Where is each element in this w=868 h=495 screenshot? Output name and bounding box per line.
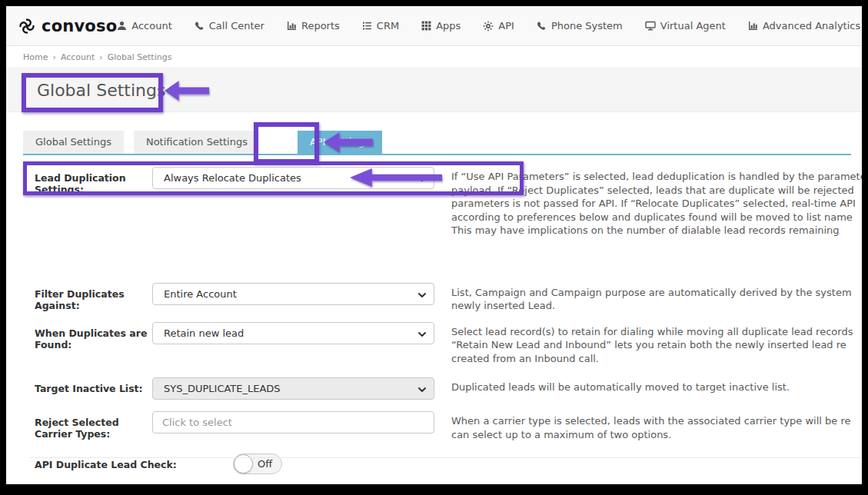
field-label: When Duplicates are Found: (35, 322, 152, 350)
breadcrumb-global-settings: Global Settings (108, 52, 172, 62)
convoso-logo-icon (17, 16, 37, 36)
help-line: created from an Inbound call. (451, 352, 851, 366)
reject-carrier-types-input[interactable] (152, 411, 434, 434)
nav-account[interactable]: Account (117, 20, 172, 32)
breadcrumb-account[interactable]: Account (61, 52, 95, 62)
field-label: Lead Duplication Settings: (35, 167, 152, 195)
row-when-duplicates-found: When Duplicates are Found: Retain new le… (35, 322, 851, 366)
row-lead-duplication-settings: Lead Duplication Settings: Always Reloca… (35, 167, 851, 238)
field-label: Reject Selected Carrier Types: (35, 411, 152, 440)
tab-bar: Global Settings Notification Settings AP… (23, 131, 851, 155)
breadcrumb-separator: › (52, 52, 55, 62)
user-icon (117, 21, 127, 31)
help-line: payload. If “Reject Duplicates” selected… (451, 184, 851, 198)
help-text: Duplicated leads will be automatically m… (451, 377, 851, 394)
nav-label: Account (131, 20, 172, 32)
nav-api[interactable]: API (483, 20, 514, 32)
help-text: List, Campaign and Campaign purpose are … (451, 283, 851, 313)
row-target-inactive-list: Target Inactive List: SYS_DUPLICATE_LEAD… (35, 377, 851, 400)
nav-label: Call Center (209, 20, 264, 32)
nav-label: CRM (377, 20, 399, 32)
lead-duplication-settings-select[interactable]: Always Relocate Duplicates (152, 167, 434, 189)
help-line: according to preferences below and dupli… (451, 211, 851, 224)
row-filter-duplicates-against: Filter Duplicates Against: Entire Accoun… (35, 283, 851, 313)
grid-icon (421, 21, 431, 31)
nav-crm[interactable]: CRM (362, 20, 399, 32)
nav-virtual-agent[interactable]: Virtual Agent (645, 20, 726, 32)
logo-text: convoso (42, 17, 117, 35)
nav-label: Reports (301, 20, 340, 32)
nav-advanced-analytics[interactable]: Advanced Analytics (748, 20, 860, 32)
row-reject-carrier-types: Reject Selected Carrier Types: When a ca… (35, 411, 851, 441)
gear-icon (483, 21, 494, 32)
filter-duplicates-against-select[interactable]: Entire Account (152, 283, 434, 305)
nav-apps[interactable]: Apps (421, 20, 461, 32)
help-text: Select lead record(s) to retain for dial… (451, 322, 851, 366)
chevron-down-icon (417, 330, 427, 341)
help-line: List, Campaign and Campaign purpose are … (451, 286, 851, 300)
nav-call-center[interactable]: Call Center (195, 20, 264, 32)
chevron-down-icon (417, 385, 427, 397)
help-line: can select up to a maximum of two option… (451, 428, 851, 442)
target-inactive-list-select[interactable]: SYS_DUPLICATE_LEADS (152, 377, 434, 400)
nav-reports[interactable]: Reports (287, 20, 340, 32)
breadcrumb-home[interactable]: Home (23, 52, 48, 62)
field-label: Filter Duplicates Against: (35, 283, 152, 311)
nav-label: API (498, 20, 514, 32)
top-navbar: convoso Account Call Center Reports CRM (6, 6, 862, 46)
phone-icon (195, 21, 205, 31)
bottom-divider (29, 457, 862, 458)
help-line: Select lead record(s) to retain for dial… (451, 325, 851, 339)
tab-notification-settings[interactable]: Notification Settings (134, 131, 260, 154)
select-value: Retain new lead (164, 327, 244, 339)
select-value: Always Relocate Duplicates (164, 172, 301, 184)
help-line: Duplicated leads will be automatically m… (451, 380, 851, 394)
nav-label: Phone System (551, 20, 623, 32)
help-line: If “Use API Parameters” is selected, lea… (451, 170, 851, 184)
screenshot-frame: convoso Account Call Center Reports CRM (0, 0, 868, 495)
help-line: When a carrier type is selected, leads w… (451, 414, 851, 428)
list-icon (362, 21, 372, 31)
breadcrumb: Home › Account › Global Settings (6, 46, 862, 68)
help-text: When a carrier type is selected, leads w… (451, 411, 851, 441)
select-value: Entire Account (164, 288, 237, 300)
nav-label: Virtual Agent (660, 20, 726, 32)
field-label: Target Inactive List: (35, 377, 152, 394)
monitor-icon (645, 21, 656, 31)
nav-label: Apps (436, 20, 461, 32)
when-duplicates-found-select[interactable]: Retain new lead (152, 322, 434, 344)
help-line: parameters is not passed for API. If “Re… (451, 197, 851, 211)
convoso-logo[interactable]: convoso (17, 16, 117, 36)
bar-chart-icon (748, 21, 758, 31)
tab-api-settings[interactable]: API Settings (298, 131, 382, 154)
phone-icon (537, 21, 547, 31)
breadcrumb-separator: › (99, 52, 102, 62)
nav-phone-system[interactable]: Phone System (537, 20, 623, 32)
field-label: API Duplicate Lead Check: (35, 453, 233, 470)
toggle-state-label: Off (258, 458, 272, 470)
nav-label: Advanced Analytics (763, 20, 860, 32)
tab-global-settings[interactable]: Global Settings (23, 131, 124, 154)
chevron-down-icon (417, 291, 427, 302)
help-line: newly inserted Lead. (451, 299, 851, 313)
chevron-down-icon (417, 174, 427, 186)
help-text: If “Use API Parameters” is selected, lea… (451, 167, 851, 238)
help-line: This may have implications on the number… (451, 224, 851, 238)
bar-chart-icon (287, 21, 297, 31)
page-title: Global Settings (37, 81, 165, 100)
api-settings-form: Lead Duplication Settings: Always Reloca… (35, 167, 851, 476)
help-line: “Retain New Lead and Inbound” lets you r… (451, 338, 851, 352)
nav-items: Account Call Center Reports CRM Apps (117, 20, 860, 32)
select-value: SYS_DUPLICATE_LEADS (164, 383, 281, 394)
app-window: convoso Account Call Center Reports CRM (6, 6, 862, 484)
